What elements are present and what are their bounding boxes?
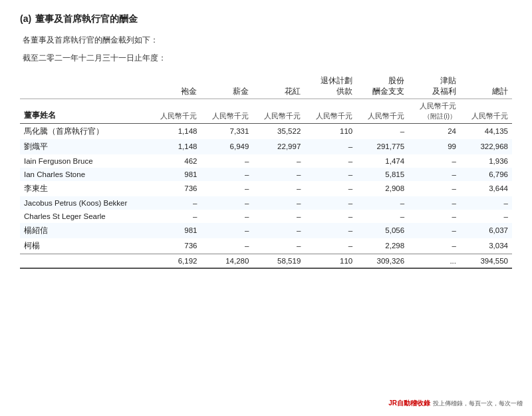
cell-baojin: 981 — [150, 168, 201, 181]
cell-huahong: 22,997 — [253, 139, 305, 154]
cell-name: 楊紹信 — [20, 223, 150, 238]
cell-baojin: 462 — [150, 154, 201, 168]
col-pension-unit: 人民幣千元 — [305, 99, 356, 123]
cell-name: 馬化騰（首席執行官） — [20, 123, 150, 139]
cell-huahong: – — [253, 154, 305, 168]
cell-baojin: 736 — [150, 181, 201, 196]
cell-shares: 2,908 — [356, 181, 408, 196]
cell-pension: – — [305, 238, 356, 254]
year-label: 截至二零二一年十二月三十一日止年度： — [23, 53, 512, 64]
cell-salary: 7,331 — [201, 123, 253, 139]
cell-total: 6,037 — [460, 223, 512, 238]
table-row: Ian Charles Stone981–––5,815–6,796 — [20, 168, 512, 181]
cell-huahong: – — [253, 238, 305, 254]
total-cell-name — [20, 254, 150, 268]
col-shares-unit: 人民幣千元 — [356, 99, 408, 123]
cell-total: 44,135 — [460, 123, 512, 139]
cell-name: Iain Ferguson Bruce — [20, 154, 150, 168]
cell-pension: – — [305, 196, 356, 210]
section-label: (a) — [20, 13, 31, 24]
table-row: 楊紹信981–––5,056–6,037 — [20, 223, 512, 238]
cell-baojin: 981 — [150, 223, 201, 238]
cell-allowance: – — [408, 223, 460, 238]
cell-total: 3,034 — [460, 238, 512, 254]
cell-total: 6,796 — [460, 168, 512, 181]
total-cell-baojin: 6,192 — [150, 254, 201, 268]
col-name-header — [20, 73, 150, 99]
col-header-row-2: 董事姓名 人民幣千元 人民幣千元 人民幣千元 人民幣千元 人民幣千元 人民幣千元… — [20, 99, 512, 123]
col-baojin-h1: 袍金 — [150, 73, 201, 99]
cell-total: – — [460, 196, 512, 210]
total-cell-allowance: ... — [408, 254, 460, 268]
cell-pension: 110 — [305, 123, 356, 139]
cell-shares: – — [356, 210, 408, 223]
cell-huahong: – — [253, 196, 305, 210]
cell-allowance: – — [408, 210, 460, 223]
table-row: Charles St Leger Searle––––––– — [20, 210, 512, 223]
cell-name: 柯楊 — [20, 238, 150, 254]
cell-allowance: 99 — [408, 139, 460, 154]
cell-allowance: – — [408, 181, 460, 196]
cell-huahong: – — [253, 223, 305, 238]
table-row: 李東生736–––2,908–3,644 — [20, 181, 512, 196]
col-pension-h1: 退休計劃供款 — [305, 73, 356, 99]
cell-salary: – — [201, 168, 253, 181]
cell-shares: 291,775 — [356, 139, 408, 154]
col-total-h1: 總計 — [460, 73, 512, 99]
cell-shares: – — [356, 196, 408, 210]
watermark: JR自動稽收錄 投上傳稽錄，每頁一次，每次一稽 — [384, 397, 527, 409]
cell-shares: 2,298 — [356, 238, 408, 254]
cell-baojin: 1,148 — [150, 139, 201, 154]
col-name-label: 董事姓名 — [20, 99, 150, 123]
cell-name: 劉熾平 — [20, 139, 150, 154]
total-cell-total: 394,550 — [460, 254, 512, 268]
cell-name: Charles St Leger Searle — [20, 210, 150, 223]
col-huahong-h1: 花紅 — [253, 73, 305, 99]
cell-shares: 5,056 — [356, 223, 408, 238]
cell-salary: – — [201, 210, 253, 223]
col-salary-unit: 人民幣千元 — [201, 99, 253, 123]
col-header-row-1: 袍金 薪金 花紅 退休計劃供款 股份酬金支支 津貼及福利 總計 — [20, 73, 512, 99]
col-huahong-unit: 人民幣千元 — [253, 99, 305, 123]
cell-pension: – — [305, 223, 356, 238]
cell-shares: 1,474 — [356, 154, 408, 168]
cell-allowance: – — [408, 196, 460, 210]
table-row: 劉熾平1,1486,94922,997–291,77599322,968 — [20, 139, 512, 154]
cell-pension: – — [305, 154, 356, 168]
cell-shares: – — [356, 123, 408, 139]
cell-salary: 6,949 — [201, 139, 253, 154]
total-cell-salary: 14,280 — [201, 254, 253, 268]
cell-total: 3,644 — [460, 181, 512, 196]
cell-name: Ian Charles Stone — [20, 168, 150, 181]
table-row: 馬化騰（首席執行官）1,1487,33135,522110–2444,135 — [20, 123, 512, 139]
cell-huahong: – — [253, 168, 305, 181]
table-row: Jacobus Petrus (Koos) Bekker––––––– — [20, 196, 512, 210]
cell-total: 1,936 — [460, 154, 512, 168]
cell-allowance: 24 — [408, 123, 460, 139]
total-cell-huahong: 58,519 — [253, 254, 305, 268]
description-text: 各董事及首席執行官的酬金載列如下： — [23, 35, 512, 46]
col-allowance-h1: 津貼及福利 — [408, 73, 460, 99]
cell-shares: 5,815 — [356, 168, 408, 181]
col-salary-h1: 薪金 — [201, 73, 253, 99]
cell-salary: – — [201, 238, 253, 254]
cell-salary: – — [201, 196, 253, 210]
cell-salary: – — [201, 223, 253, 238]
cell-name: Jacobus Petrus (Koos) Bekker — [20, 196, 150, 210]
col-total-unit: 人民幣千元 — [460, 99, 512, 123]
cell-pension: – — [305, 181, 356, 196]
cell-allowance: – — [408, 154, 460, 168]
cell-total: – — [460, 210, 512, 223]
cell-allowance: – — [408, 238, 460, 254]
cell-baojin: 736 — [150, 238, 201, 254]
cell-salary: – — [201, 154, 253, 168]
cell-allowance: – — [408, 168, 460, 181]
cell-baojin: – — [150, 196, 201, 210]
section-header: (a) 董事及首席執行官的酬金 各董事及首席執行官的酬金載列如下： 截至二零二一… — [20, 13, 512, 64]
cell-name: 李東生 — [20, 181, 150, 196]
col-allowance-unit: 人民幣千元（附註(i)） — [408, 99, 460, 123]
watermark-logo: JR自動稽收錄 — [388, 399, 430, 408]
cell-huahong: 35,522 — [253, 123, 305, 139]
cell-baojin: 1,148 — [150, 123, 201, 139]
cell-huahong: – — [253, 210, 305, 223]
